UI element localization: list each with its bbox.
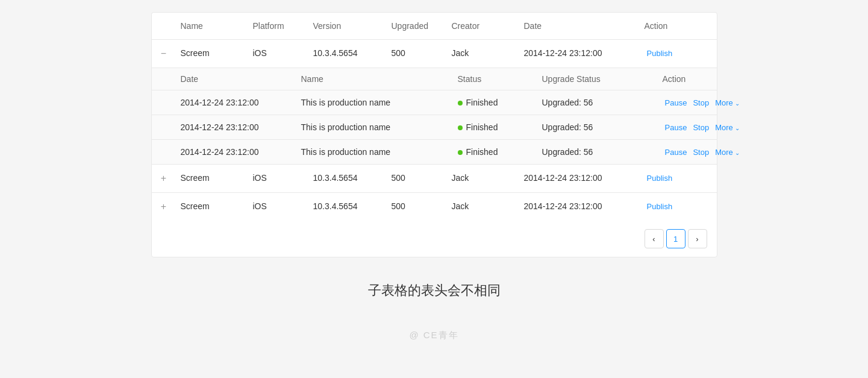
sub-row-date: 2014-12-24 23:12:00 (176, 147, 296, 157)
col-version-header: Version (308, 21, 387, 31)
stop-button[interactable]: Stop (690, 123, 711, 132)
sub-col-status-header: Status (453, 74, 537, 84)
pagination: ‹ 1 › (152, 221, 717, 257)
sub-row-upgrade-status: Upgraded: 56 (537, 147, 658, 157)
row-version: 10.3.4.5654 (308, 173, 387, 183)
row-expand-toggle[interactable]: + (152, 201, 176, 212)
col-platform-header: Platform (248, 21, 308, 31)
table-header: Name Platform Version Upgraded Creator D… (152, 13, 717, 40)
sub-row-date: 2014-12-24 23:12:00 (176, 98, 296, 107)
footer-note: 子表格的表头会不相同 (368, 282, 501, 300)
row-creator: Jack (447, 48, 519, 58)
sub-row-actions: Pause Stop More ⌄ (658, 98, 754, 107)
row-version: 10.3.4.5654 (308, 201, 387, 211)
row-name: Screem (176, 173, 248, 183)
footer-brand: @ CE青年 (409, 330, 458, 341)
sub-row-name: This is production name (296, 98, 453, 107)
row-creator: Jack (447, 201, 519, 211)
col-action-header: Action (640, 21, 712, 31)
table-row: + Screem iOS 10.3.4.5654 500 Jack 2014-1… (152, 193, 717, 221)
row-platform: iOS (248, 201, 308, 211)
sub-row-date: 2014-12-24 23:12:00 (176, 122, 296, 132)
row-upgraded: 500 (387, 173, 447, 183)
main-table: Name Platform Version Upgraded Creator D… (151, 12, 717, 257)
stop-button[interactable]: Stop (690, 148, 711, 157)
row-upgraded: 500 (387, 201, 447, 211)
stop-button[interactable]: Stop (690, 98, 711, 107)
sub-row-actions: Pause Stop More ⌄ (658, 148, 754, 157)
col-upgraded-header: Upgraded (387, 21, 447, 31)
table-row: − Screem iOS 10.3.4.5654 500 Jack 2014-1… (152, 40, 717, 165)
chevron-down-icon: ⌄ (735, 100, 740, 107)
table-row: + Screem iOS 10.3.4.5654 500 Jack 2014-1… (152, 165, 717, 193)
row-expand-toggle[interactable]: + (152, 173, 176, 184)
publish-button[interactable]: Publish (645, 202, 675, 211)
sub-col-empty (152, 74, 176, 84)
row-action: Publish (640, 173, 712, 183)
row-date: 2014-12-24 23:12:00 (519, 48, 640, 58)
pagination-prev[interactable]: ‹ (645, 229, 664, 248)
sub-col-name-header: Name (296, 74, 453, 84)
sub-row-status: Finished (453, 147, 537, 157)
pagination-next[interactable]: › (688, 229, 707, 248)
sub-row-name: This is production name (296, 122, 453, 132)
publish-button[interactable]: Publish (645, 174, 675, 183)
status-dot-icon (458, 101, 463, 106)
row-expand-toggle[interactable]: − (152, 48, 176, 59)
sub-col-upgrade-status-header: Upgrade Status (537, 74, 658, 84)
sub-table-header: Date Name Status Upgrade Status Action (152, 68, 717, 90)
col-expand-header (152, 21, 176, 31)
row-platform: iOS (248, 48, 308, 58)
sub-table: Date Name Status Upgrade Status Action 2… (152, 68, 717, 164)
col-date-header: Date (519, 21, 640, 31)
more-button[interactable]: More ⌄ (713, 123, 742, 132)
sub-row-status: Finished (453, 98, 537, 107)
row-action: Publish (640, 201, 712, 211)
sub-row-actions: Pause Stop More ⌄ (658, 123, 754, 132)
col-name-header: Name (176, 21, 248, 31)
pause-button[interactable]: Pause (663, 148, 690, 157)
sub-table-row: 2014-12-24 23:12:00 This is production n… (152, 90, 717, 115)
sub-table-row: 2014-12-24 23:12:00 This is production n… (152, 140, 717, 164)
more-button[interactable]: More ⌄ (713, 98, 742, 107)
pause-button[interactable]: Pause (663, 98, 690, 107)
page-wrapper: Name Platform Version Upgraded Creator D… (0, 0, 868, 378)
sub-col-action-header: Action (658, 74, 754, 84)
row-upgraded: 500 (387, 48, 447, 58)
row-name: Screem (176, 48, 248, 58)
status-dot-icon (458, 125, 463, 130)
status-dot-icon (458, 150, 463, 155)
col-creator-header: Creator (447, 21, 519, 31)
row-date: 2014-12-24 23:12:00 (519, 201, 640, 211)
row-name: Screem (176, 201, 248, 211)
chevron-down-icon: ⌄ (735, 150, 740, 156)
row-creator: Jack (447, 173, 519, 183)
sub-table-row: 2014-12-24 23:12:00 This is production n… (152, 115, 717, 140)
row-date: 2014-12-24 23:12:00 (519, 173, 640, 183)
more-button[interactable]: More ⌄ (713, 148, 742, 157)
row-platform: iOS (248, 173, 308, 183)
sub-row-upgrade-status: Upgraded: 56 (537, 98, 658, 107)
row-version: 10.3.4.5654 (308, 48, 387, 58)
sub-row-upgrade-status: Upgraded: 56 (537, 122, 658, 132)
pause-button[interactable]: Pause (663, 123, 690, 132)
sub-col-date-header: Date (176, 74, 296, 84)
pagination-page-1[interactable]: 1 (666, 229, 685, 248)
chevron-down-icon: ⌄ (735, 125, 740, 131)
sub-row-status: Finished (453, 122, 537, 132)
publish-button[interactable]: Publish (645, 49, 675, 58)
sub-row-name: This is production name (296, 147, 453, 157)
row-action: Publish (640, 48, 712, 58)
